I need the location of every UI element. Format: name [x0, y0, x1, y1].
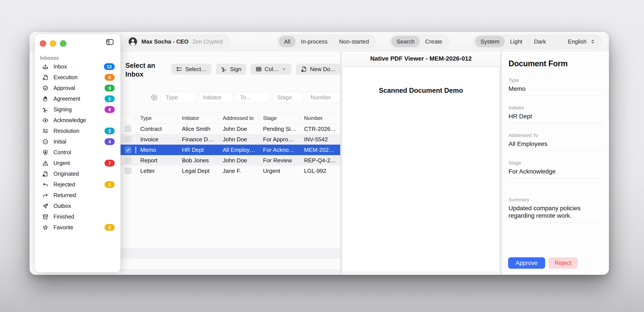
cell-number: LGL-992	[299, 167, 340, 174]
language-select[interactable]: English	[566, 36, 600, 47]
cell-initiator: Alice Smith	[177, 126, 218, 132]
page-title: Select an Inbox	[126, 61, 167, 79]
field-value[interactable]: All Employees	[508, 140, 602, 148]
table-row[interactable]: InvoiceFinance D…John DoeFor Appro…INV-5…	[120, 134, 340, 145]
row-checkbox-cell	[120, 125, 136, 132]
table-row[interactable]: LetterLegal DeptJane F.UrgentLGL-992	[120, 166, 340, 176]
sidebar-item-label: Resolution	[54, 128, 104, 134]
sidebar-item-rejected[interactable]: Rejected1	[35, 179, 120, 190]
sidebar-item-acknowledge[interactable]: Acknowledge	[35, 115, 120, 126]
signing-icon	[42, 106, 49, 113]
cell-type: Letter	[136, 167, 177, 174]
control-icon	[42, 149, 49, 156]
pdf-document[interactable]: Scanned Document Demo	[342, 67, 500, 272]
close-window-button[interactable]	[40, 40, 46, 47]
cell-type: Memo	[136, 147, 177, 153]
sign-button[interactable]: Sign	[216, 64, 246, 75]
sidebar-item-resolution[interactable]: Resolution2	[35, 126, 120, 136]
select-icon	[176, 66, 182, 72]
filter-input-number[interactable]	[306, 92, 341, 103]
field-value[interactable]: HR Dept	[508, 113, 602, 120]
row-checkbox[interactable]	[124, 125, 132, 132]
cell-initiator: Finance D…	[177, 136, 218, 143]
outbox-icon	[42, 203, 49, 209]
tab-dark[interactable]: Dark	[529, 36, 551, 47]
column-header-type[interactable]: Type	[136, 113, 177, 123]
sidebar-item-favorite[interactable]: Favorite2	[35, 222, 120, 233]
minimize-window-button[interactable]	[50, 40, 56, 47]
sidebar-item-returned[interactable]: Returned	[35, 190, 120, 201]
sidebar-item-label: Approval	[54, 85, 104, 91]
columns-icon	[255, 66, 262, 72]
column-header-stage[interactable]: Stage	[258, 113, 299, 123]
field-underline	[508, 222, 602, 223]
cell-addressed-to: All Employ…	[218, 147, 258, 153]
tab-light[interactable]: Light	[505, 36, 528, 47]
unread-count-badge: 2	[104, 128, 115, 134]
row-checkbox-cell	[120, 167, 136, 174]
new-do-button[interactable]: New Do…	[296, 64, 341, 75]
field-label: Stage	[508, 160, 602, 166]
reject-button[interactable]: Reject	[549, 257, 578, 269]
field-value[interactable]: Updated company policies regarding remot…	[508, 205, 581, 219]
user-pill[interactable]: Max Socha - CEO Zen Crypted	[125, 34, 230, 49]
sidebar-item-control[interactable]: Control	[35, 147, 120, 158]
row-checkbox[interactable]	[124, 157, 132, 164]
table-row[interactable]: ReportBob JonesJohn DoeFor ReviewREP-Q4-…	[120, 155, 340, 166]
filter-input-stage[interactable]	[273, 92, 304, 103]
sidebar-item-initial[interactable]: 01Initial4	[35, 136, 120, 147]
column-header-initiator[interactable]: Initiator	[177, 113, 218, 123]
filter-input-type[interactable]	[161, 92, 196, 103]
language-value: English	[568, 38, 586, 45]
sidebar-item-originated[interactable]: Originated	[35, 168, 120, 179]
select-button[interactable]: Select…	[171, 64, 212, 75]
cell-addressed-to: John Doe	[218, 136, 258, 143]
tab-search[interactable]: Search	[391, 36, 420, 47]
unread-count-badge: 12	[104, 63, 115, 70]
table-body: ContractAlice SmithJohn DoePending Si…CT…	[120, 124, 340, 176]
inbox-list-pane: Select an Inbox Select…SignCol…New Do… T…	[120, 51, 340, 275]
returned-icon	[42, 192, 49, 199]
tab-non-started[interactable]: Non-started	[334, 36, 374, 47]
list-actions: Select…SignCol…New Do…	[171, 64, 341, 75]
sidebar-item-agreement[interactable]: Agreement1	[35, 93, 120, 104]
tab-system[interactable]: System	[475, 36, 505, 47]
zoom-window-button[interactable]	[60, 40, 66, 47]
tab-create[interactable]: Create	[420, 36, 448, 47]
pdf-viewer-title: Native PDF Viewer - MEM-2026-012	[342, 51, 500, 66]
sidebar-item-approval[interactable]: Approval3	[35, 83, 120, 93]
column-header-addressed-to[interactable]: Addressed to	[218, 113, 258, 123]
sidebar-item-outbox[interactable]: Outbox	[35, 201, 120, 211]
row-checkbox[interactable]	[124, 136, 132, 143]
row-checkbox-cell	[120, 157, 136, 164]
cell-stage: For Review	[258, 157, 299, 164]
sidebar-item-urgent[interactable]: Urgent7	[35, 158, 120, 168]
sidebar-item-inbox[interactable]: Inbox12	[35, 61, 120, 72]
filter-input-initiator[interactable]	[199, 92, 233, 103]
column-header-number[interactable]: Number	[299, 113, 340, 123]
field-underline	[508, 151, 602, 151]
sidebar-item-signing[interactable]: Signing8	[35, 104, 120, 115]
sidebar-item-execution[interactable]: Execution5	[35, 72, 120, 83]
tab-in-process[interactable]: In-process	[296, 36, 333, 47]
table-row[interactable]: ContractAlice SmithJohn DoePending Si…CT…	[120, 124, 340, 134]
row-checkbox[interactable]	[124, 167, 132, 174]
filter-input-to[interactable]	[236, 92, 270, 103]
sidebar-list: Inbox12Execution5Approval3Agreement1Sign…	[35, 61, 120, 233]
rejected-icon	[42, 181, 49, 188]
sidebar-section-label: Inboxes	[40, 55, 59, 61]
sidebar-item-label: Agreement	[54, 96, 104, 102]
sidebar-item-label: Urgent	[54, 160, 104, 166]
sidebar-toggle-icon[interactable]	[106, 38, 114, 46]
sidebar-item-finished[interactable]: Finished	[35, 211, 120, 222]
cell-number: MEM-202…	[299, 147, 340, 153]
approve-button[interactable]: Approve	[508, 257, 545, 269]
sidebar-item-label: Originated	[54, 171, 115, 177]
tab-all[interactable]: All	[279, 36, 296, 47]
field-value[interactable]: Memo	[508, 85, 602, 93]
table-row[interactable]: MemoHR DeptAll Employ…For Ackno…MEM-202…	[120, 145, 340, 155]
field-value[interactable]: For Acknowledge	[508, 168, 602, 175]
col-button[interactable]: Col…	[250, 64, 292, 75]
sign-icon	[221, 66, 227, 72]
row-checkbox-checked[interactable]	[124, 146, 132, 153]
